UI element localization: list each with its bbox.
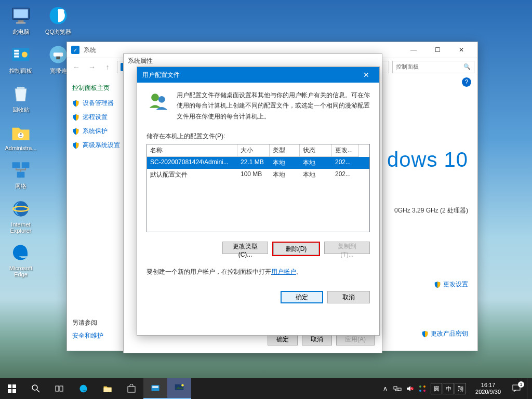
props-titlebar[interactable]: 系统属性	[124, 54, 382, 68]
minimize-button[interactable]: —	[402, 42, 425, 58]
svg-rect-17	[12, 162, 20, 168]
up-titlebar[interactable]: 用户配置文件 ✕	[137, 67, 379, 83]
desktop-icon-edge[interactable]: Microsoft Edge	[4, 241, 37, 277]
desktop: 此电脑 QQ浏览器 控制面板 宽带连 回收站 Administra... 网络 …	[0, 0, 532, 399]
user-accounts-link[interactable]: 用户帐户	[271, 268, 296, 275]
delete-button[interactable]: 删除(D)	[273, 243, 319, 255]
svg-rect-49	[513, 385, 520, 390]
svg-rect-40	[398, 388, 401, 391]
svg-rect-32	[104, 388, 112, 392]
desktop-icon-control-panel[interactable]: 控制面板	[4, 43, 37, 75]
nav-up-button[interactable]: ↑	[101, 61, 114, 73]
taskbar-display-settings[interactable]	[167, 378, 191, 399]
tray-volume-icon[interactable]	[406, 384, 414, 393]
system-title: 系统	[84, 46, 96, 55]
search-icon: 🔍	[463, 63, 471, 70]
up-list-header: 名称大小类型状态更改...	[147, 144, 369, 157]
system-tray: ʌ 圆中翔	[377, 383, 470, 394]
system-title-icon	[71, 46, 79, 54]
taskbar-control-panel[interactable]	[143, 378, 167, 399]
up-intro-text: 用户配置文件存储桌面设置和其他与你的用户帐户有关的信息。可在你使用的每台计算机上…	[177, 90, 370, 122]
copy-to-button: 复制到(T)...	[324, 242, 370, 254]
svg-rect-7	[14, 50, 19, 52]
ime-indicator[interactable]: 圆中翔	[431, 383, 466, 394]
up-list-row-selected[interactable]: SC-202007081424\Admini...22.1 MB本地本地202.…	[147, 157, 369, 169]
nav-forward-button[interactable]: →	[86, 61, 98, 73]
nav-back-button[interactable]: ←	[70, 61, 83, 73]
sidebar-header: 控制面板主页	[72, 84, 129, 92]
svg-rect-25	[12, 384, 16, 388]
svg-rect-26	[8, 389, 11, 393]
taskview-button[interactable]	[48, 378, 72, 399]
svg-rect-14	[17, 87, 25, 89]
sidebar-link-protection[interactable]: 系统保护	[72, 127, 129, 136]
tray-app-icon[interactable]	[418, 384, 427, 393]
up-list-label: 储存在本机上的配置文件(P):	[147, 132, 370, 141]
desktop-icons-column: 此电脑 QQ浏览器 控制面板 宽带连 回收站 Administra... 网络 …	[4, 4, 75, 277]
up-profile-list[interactable]: 名称大小类型状态更改... SC-202007081424\Admini...2…	[147, 144, 370, 232]
svg-point-38	[181, 384, 184, 387]
svg-point-16	[20, 133, 22, 135]
svg-rect-30	[56, 386, 59, 391]
svg-rect-2	[18, 20, 24, 22]
up-cancel-button[interactable]: 取消	[327, 291, 370, 303]
cpu-spec: 0GHz 3.29 GHz (2 处理器)	[394, 206, 468, 215]
svg-rect-24	[8, 384, 11, 388]
tray-network-icon[interactable]	[393, 384, 402, 393]
svg-point-47	[419, 390, 421, 392]
see-also-label: 另请参阅	[72, 318, 103, 327]
svg-point-45	[419, 385, 421, 388]
change-settings-link[interactable]: 更改设置	[434, 280, 468, 289]
svg-rect-39	[394, 387, 397, 389]
search-input[interactable]: 控制面板🔍	[392, 61, 474, 73]
up-close-button[interactable]: ✕	[358, 67, 374, 83]
up-title: 用户配置文件	[142, 71, 180, 79]
action-center-button[interactable]	[506, 378, 527, 399]
user-profiles-dialog: 用户配置文件 ✕ 用户配置文件存储桌面设置和其他与你的用户帐户有关的信息。可在你…	[137, 66, 380, 336]
svg-point-46	[423, 385, 425, 388]
up-ok-button[interactable]: 确定	[281, 291, 323, 303]
search-button[interactable]	[24, 378, 48, 399]
taskbar-clock[interactable]: 16:17 2020/9/30	[470, 382, 506, 395]
sidebar-link-device-manager[interactable]: 设备管理器	[72, 99, 129, 108]
svg-rect-1	[14, 9, 28, 18]
sidebar-link-advanced[interactable]: 高级系统设置	[72, 141, 129, 150]
svg-rect-13	[56, 57, 60, 60]
change-type-button[interactable]: 更改类型(C)...	[222, 242, 268, 254]
delete-button-highlight: 删除(D)	[272, 242, 320, 256]
svg-line-29	[37, 390, 39, 392]
desktop-icon-this-pc[interactable]: 此电脑	[4, 4, 37, 36]
tray-expand-icon[interactable]: ʌ	[381, 384, 389, 393]
security-maintenance-link[interactable]: 安全和维护	[72, 331, 103, 340]
svg-rect-19	[17, 172, 25, 178]
svg-point-28	[32, 385, 37, 390]
windows10-logo: dows 10	[387, 148, 468, 171]
desktop-icon-qq-browser[interactable]: QQ浏览器	[42, 4, 75, 36]
desktop-icon-admin-folder[interactable]: Administra...	[4, 121, 37, 151]
svg-point-23	[158, 96, 165, 103]
taskbar-explorer[interactable]	[96, 378, 119, 399]
svg-rect-18	[22, 162, 30, 168]
svg-rect-9	[14, 56, 19, 58]
up-list-row[interactable]: 默认配置文件100 MB本地本地202...	[147, 169, 369, 181]
start-button[interactable]	[0, 378, 24, 399]
sidebar-link-remote[interactable]: 远程设置	[72, 113, 129, 122]
svg-rect-12	[54, 52, 63, 56]
create-account-text: 要创建一个新的用户帐户，在控制面板中打开用户帐户。	[147, 268, 370, 276]
maximize-button[interactable]: ☐	[425, 42, 449, 58]
svg-rect-33	[128, 387, 135, 392]
svg-point-5	[58, 9, 64, 12]
svg-rect-36	[152, 387, 158, 388]
svg-point-10	[22, 52, 28, 58]
close-button[interactable]: ✕	[449, 42, 473, 58]
taskbar: ʌ 圆中翔 16:17 2020/9/30	[0, 378, 532, 399]
taskbar-edge[interactable]	[72, 378, 96, 399]
taskbar-store[interactable]	[119, 378, 143, 399]
desktop-icon-recycle-bin[interactable]: 回收站	[4, 82, 37, 114]
notification-icon	[512, 383, 521, 394]
show-desktop-button[interactable]	[527, 378, 530, 399]
svg-rect-31	[60, 386, 63, 391]
desktop-icon-ie[interactable]: Internet Explorer	[4, 197, 37, 234]
change-product-key-link[interactable]: 更改产品密钥	[421, 329, 468, 338]
desktop-icon-network[interactable]: 网络	[4, 158, 37, 190]
